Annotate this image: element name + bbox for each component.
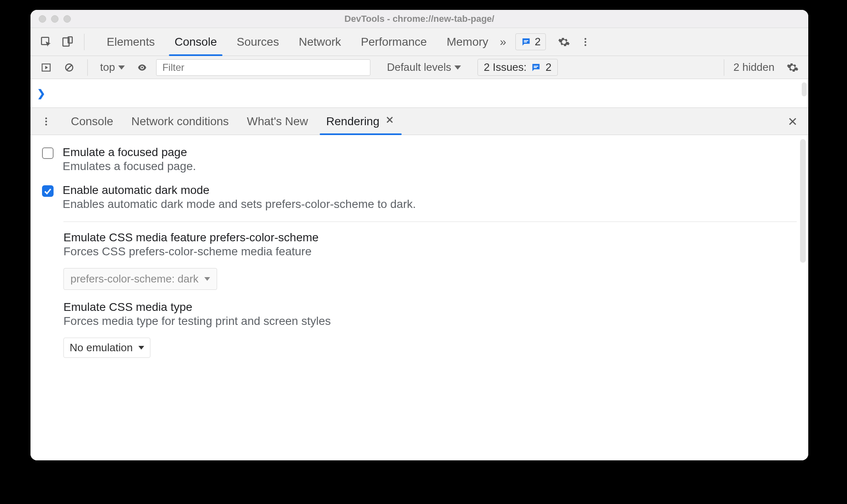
tab-label: Console <box>175 35 217 49</box>
issues-count: 2 <box>545 61 551 74</box>
clear-console-icon[interactable] <box>60 58 78 77</box>
hidden-messages-label[interactable]: 2 hidden <box>733 61 774 74</box>
console-toolbar: top Default levels 2 Issues: 2 2 hidden <box>30 56 808 79</box>
separator <box>724 59 724 76</box>
option-title: Enable automatic dark mode <box>63 184 416 197</box>
tab-label: Console <box>71 115 113 128</box>
close-drawer-icon[interactable] <box>784 112 802 131</box>
option-title: Emulate a focused page <box>63 146 196 159</box>
section-media-type-title: Emulate CSS media type <box>63 301 797 314</box>
device-toolbar-icon[interactable] <box>58 33 77 51</box>
console-settings-icon[interactable] <box>784 58 802 77</box>
drawer-tab-whats-new[interactable]: What's New <box>244 108 311 135</box>
issues-button[interactable]: 2 Issues: 2 <box>477 59 558 76</box>
tab-performance[interactable]: Performance <box>358 28 429 56</box>
live-expression-icon[interactable] <box>133 58 151 77</box>
option-enable-dark-mode: Enable automatic dark mode Enables autom… <box>42 180 797 218</box>
context-selector[interactable]: top <box>97 61 128 74</box>
dropdown-value: prefers-color-scheme: dark <box>70 273 199 285</box>
separator <box>84 34 84 50</box>
svg-point-7 <box>585 44 586 46</box>
svg-point-6 <box>585 41 586 42</box>
filter-input[interactable] <box>156 59 370 76</box>
svg-point-5 <box>585 38 586 40</box>
svg-line-10 <box>67 65 72 70</box>
rendering-pane: Emulate a focused page Emulates a focuse… <box>30 135 808 460</box>
drawer-tab-rendering[interactable]: Rendering <box>324 108 398 135</box>
tab-label: Performance <box>361 35 427 49</box>
option-description: Emulates a focused page. <box>63 160 196 173</box>
devtools-window: DevTools - chrome://new-tab-page/ Elemen… <box>30 10 808 460</box>
drawer-kebab-icon[interactable] <box>37 112 55 131</box>
tab-label: Network <box>299 35 341 49</box>
dropdown-prefers-color-scheme[interactable]: prefers-color-scheme: dark <box>63 268 217 290</box>
checkbox-emulate-focused-page[interactable] <box>42 147 54 159</box>
chevron-down-icon <box>138 346 144 350</box>
issues-label: 2 Issues: <box>484 61 526 74</box>
tab-elements[interactable]: Elements <box>104 28 157 56</box>
titlebar: DevTools - chrome://new-tab-page/ <box>30 10 808 28</box>
dropdown-media-type[interactable]: No emulation <box>63 338 150 358</box>
separator <box>87 59 88 76</box>
inspect-element-icon[interactable] <box>37 33 55 51</box>
svg-rect-12 <box>534 65 538 66</box>
main-tabs: Elements Console Sources Network Perform… <box>104 28 491 56</box>
log-levels-label: Default levels <box>387 61 451 74</box>
log-levels-selector[interactable]: Default levels <box>384 61 464 74</box>
section-prefers-color-scheme-desc: Forces CSS prefers-color-scheme media fe… <box>63 245 797 258</box>
drawer-tabs: Console Network conditions What's New Re… <box>30 108 808 135</box>
svg-point-15 <box>45 120 47 122</box>
svg-point-14 <box>45 117 47 119</box>
tab-label: Elements <box>107 35 155 49</box>
svg-rect-13 <box>534 67 537 68</box>
dropdown-value: No emulation <box>70 341 133 354</box>
option-description: Enables automatic dark mode and sets pre… <box>63 198 416 211</box>
chevron-down-icon <box>204 277 210 281</box>
tab-memory[interactable]: Memory <box>444 28 491 56</box>
settings-icon[interactable] <box>555 33 573 51</box>
section-prefers-color-scheme-title: Emulate CSS media feature prefers-color-… <box>63 231 797 244</box>
main-toolbar: Elements Console Sources Network Perform… <box>30 28 808 56</box>
tab-label: Rendering <box>326 115 379 128</box>
console-body[interactable]: ❯ <box>30 79 808 108</box>
tab-label: What's New <box>247 115 308 128</box>
toggle-sidebar-icon[interactable] <box>37 58 55 77</box>
tab-label: Sources <box>236 35 279 49</box>
messages-badge[interactable]: 2 <box>515 33 546 50</box>
option-emulate-focused-page: Emulate a focused page Emulates a focuse… <box>42 142 797 180</box>
section-media-type-desc: Forces media type for testing print and … <box>63 315 797 328</box>
tab-network[interactable]: Network <box>296 28 344 56</box>
tab-label: Memory <box>447 35 488 49</box>
tab-console[interactable]: Console <box>172 28 220 56</box>
context-label: top <box>100 61 115 74</box>
svg-point-11 <box>141 66 143 68</box>
prompt-caret-icon: ❯ <box>35 88 45 99</box>
more-tabs-button[interactable]: » <box>494 35 512 49</box>
checkbox-enable-dark-mode[interactable] <box>42 185 54 197</box>
chevron-down-icon <box>454 65 461 70</box>
svg-rect-4 <box>524 41 527 42</box>
chevron-down-icon <box>118 65 125 70</box>
svg-point-16 <box>45 124 47 125</box>
tab-label: Network conditions <box>131 115 229 128</box>
drawer-tab-console[interactable]: Console <box>68 108 116 135</box>
svg-rect-3 <box>524 40 528 41</box>
close-tab-icon[interactable] <box>384 114 395 128</box>
scrollbar[interactable] <box>802 82 807 96</box>
kebab-menu-icon[interactable] <box>576 33 594 51</box>
drawer-tab-network-conditions[interactable]: Network conditions <box>129 108 232 135</box>
tab-sources[interactable]: Sources <box>234 28 281 56</box>
messages-count: 2 <box>535 35 540 48</box>
window-title: DevTools - chrome://new-tab-page/ <box>30 14 808 24</box>
scrollbar[interactable] <box>800 139 806 263</box>
divider <box>63 222 797 222</box>
